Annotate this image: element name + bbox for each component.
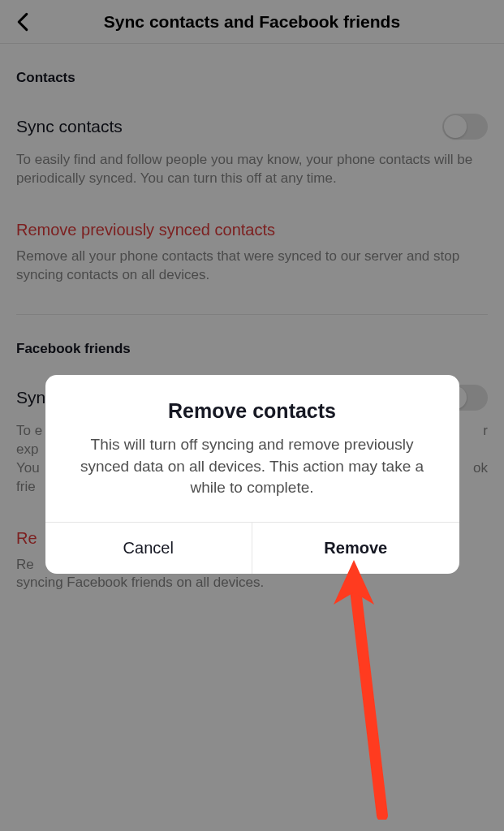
annotation-arrow-icon — [321, 560, 403, 820]
modal-overlay[interactable]: Remove contacts This will turn off synci… — [0, 0, 504, 831]
cancel-button[interactable]: Cancel — [45, 523, 253, 574]
dialog-message: This will turn off syncing and remove pr… — [45, 423, 459, 522]
dialog-buttons: Cancel Remove — [45, 522, 459, 574]
remove-button[interactable]: Remove — [252, 523, 459, 574]
remove-contacts-dialog: Remove contacts This will turn off synci… — [45, 375, 459, 574]
dialog-title: Remove contacts — [45, 375, 459, 423]
